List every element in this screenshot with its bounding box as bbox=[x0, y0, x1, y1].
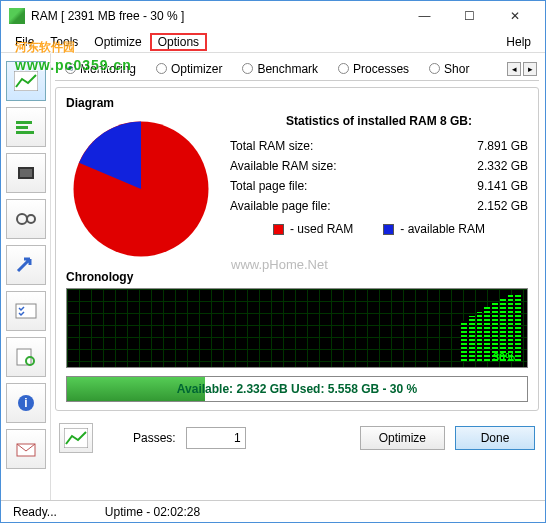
svg-point-6 bbox=[17, 214, 27, 224]
sidebar-item-tasks[interactable] bbox=[6, 291, 46, 331]
tab-label: Monitoring bbox=[80, 62, 136, 76]
tab-label: Shor bbox=[444, 62, 469, 76]
tab-processes[interactable]: Processes bbox=[328, 57, 419, 80]
main-panel: Monitoring Optimizer Benchmark Processes… bbox=[51, 53, 545, 500]
radio-icon bbox=[242, 63, 253, 74]
chronology-title: Chronology bbox=[66, 270, 528, 284]
tab-scroller: ◂ ▸ bbox=[507, 62, 539, 76]
chart-icon bbox=[14, 71, 38, 91]
close-button[interactable]: ✕ bbox=[492, 2, 537, 30]
gears-icon bbox=[14, 209, 38, 229]
tab-scroll-left[interactable]: ◂ bbox=[507, 62, 521, 76]
gear-doc-icon bbox=[14, 347, 38, 367]
swatch-blue bbox=[383, 224, 394, 235]
legend-available: - available RAM bbox=[383, 222, 485, 236]
legend-label: - used RAM bbox=[290, 222, 353, 236]
radio-icon bbox=[429, 63, 440, 74]
status-uptime: Uptime - 02:02:28 bbox=[101, 505, 204, 519]
chip-icon bbox=[14, 163, 38, 183]
menu-options[interactable]: Options bbox=[150, 33, 207, 51]
bars-icon bbox=[14, 117, 38, 137]
diagram-panel: Diagram Statistics of installed RAM 8 GB… bbox=[55, 87, 539, 411]
refresh-button[interactable] bbox=[59, 423, 93, 453]
pie-chart bbox=[66, 114, 216, 264]
statusbar: Ready... Uptime - 02:02:28 bbox=[1, 500, 545, 522]
stat-row: Total page file:9.141 GB bbox=[230, 176, 528, 196]
percent-badge: 30% bbox=[493, 351, 515, 363]
info-icon: i bbox=[14, 393, 38, 413]
menu-file[interactable]: File bbox=[7, 33, 42, 51]
menu-optimize[interactable]: Optimize bbox=[86, 33, 149, 51]
tab-label: Processes bbox=[353, 62, 409, 76]
stats-block: Statistics of installed RAM 8 GB: Total … bbox=[230, 114, 528, 264]
sidebar-item-processes[interactable] bbox=[6, 199, 46, 239]
memory-bar: Available: 2.332 GB Used: 5.558 GB - 30 … bbox=[66, 376, 528, 402]
sidebar-item-mail[interactable] bbox=[6, 429, 46, 469]
tab-optimizer[interactable]: Optimizer bbox=[146, 57, 232, 80]
done-button[interactable]: Done bbox=[455, 426, 535, 450]
tab-benchmark[interactable]: Benchmark bbox=[232, 57, 328, 80]
optimize-button[interactable]: Optimize bbox=[360, 426, 445, 450]
stat-label: Total page file: bbox=[230, 179, 307, 193]
sidebar: i bbox=[1, 53, 51, 500]
titlebar: RAM [ 2391 MB free - 30 % ] — ☐ ✕ bbox=[1, 1, 545, 31]
menu-help[interactable]: Help bbox=[498, 33, 539, 51]
window-title: RAM [ 2391 MB free - 30 % ] bbox=[31, 9, 402, 23]
stat-row: Available RAM size:2.332 GB bbox=[230, 156, 528, 176]
passes-label: Passes: bbox=[133, 431, 176, 445]
svg-rect-5 bbox=[20, 169, 32, 177]
legend: - used RAM - available RAM bbox=[230, 222, 528, 236]
svg-point-7 bbox=[27, 215, 35, 223]
stat-label: Total RAM size: bbox=[230, 139, 313, 153]
legend-used: - used RAM bbox=[273, 222, 353, 236]
diagram-title: Diagram bbox=[66, 96, 528, 110]
sidebar-item-benchmark[interactable] bbox=[6, 153, 46, 193]
mail-icon bbox=[14, 439, 38, 459]
tab-monitoring[interactable]: Monitoring bbox=[55, 57, 146, 80]
stat-row: Available page file:2.152 GB bbox=[230, 196, 528, 216]
status-ready: Ready... bbox=[9, 505, 61, 519]
stat-label: Available page file: bbox=[230, 199, 331, 213]
menubar: File Tools Optimize Options Help bbox=[1, 31, 545, 53]
sidebar-item-optimizer[interactable] bbox=[6, 107, 46, 147]
sidebar-item-info[interactable]: i bbox=[6, 383, 46, 423]
svg-rect-3 bbox=[16, 131, 34, 134]
tab-label: Benchmark bbox=[257, 62, 318, 76]
sidebar-item-monitoring[interactable] bbox=[6, 61, 46, 101]
tab-label: Optimizer bbox=[171, 62, 222, 76]
bottom-bar: Passes: 1 Optimize Done bbox=[55, 417, 539, 459]
stats-title: Statistics of installed RAM 8 GB: bbox=[230, 114, 528, 128]
memory-bar-text: Available: 2.332 GB Used: 5.558 GB - 30 … bbox=[67, 377, 527, 401]
menu-tools[interactable]: Tools bbox=[42, 33, 86, 51]
swatch-red bbox=[273, 224, 284, 235]
radio-icon bbox=[65, 63, 76, 74]
minimize-button[interactable]: — bbox=[402, 2, 447, 30]
svg-text:i: i bbox=[24, 396, 27, 410]
stat-value: 2.152 GB bbox=[477, 199, 528, 213]
radio-icon bbox=[156, 63, 167, 74]
chart-icon bbox=[64, 428, 88, 448]
tab-scroll-right[interactable]: ▸ bbox=[523, 62, 537, 76]
app-icon bbox=[9, 8, 25, 24]
list-check-icon bbox=[14, 301, 38, 321]
stat-value: 9.141 GB bbox=[477, 179, 528, 193]
legend-label: - available RAM bbox=[400, 222, 485, 236]
stat-row: Total RAM size:7.891 GB bbox=[230, 136, 528, 156]
memory-bar-row: Available: 2.332 GB Used: 5.558 GB - 30 … bbox=[66, 376, 528, 402]
window-controls: — ☐ ✕ bbox=[402, 2, 537, 30]
arrow-icon bbox=[14, 255, 38, 275]
maximize-button[interactable]: ☐ bbox=[447, 2, 492, 30]
svg-rect-1 bbox=[16, 121, 32, 124]
svg-rect-8 bbox=[16, 304, 36, 318]
sidebar-item-config[interactable] bbox=[6, 337, 46, 377]
chronology-graph: 30% bbox=[66, 288, 528, 368]
sidebar-item-shortcut[interactable] bbox=[6, 245, 46, 285]
stat-value: 2.332 GB bbox=[477, 159, 528, 173]
stat-value: 7.891 GB bbox=[477, 139, 528, 153]
tab-strip: Monitoring Optimizer Benchmark Processes… bbox=[55, 57, 539, 81]
radio-icon bbox=[338, 63, 349, 74]
passes-input[interactable]: 1 bbox=[186, 427, 246, 449]
svg-rect-2 bbox=[16, 126, 28, 129]
tab-shortcuts[interactable]: Shor bbox=[419, 57, 479, 80]
stat-label: Available RAM size: bbox=[230, 159, 337, 173]
